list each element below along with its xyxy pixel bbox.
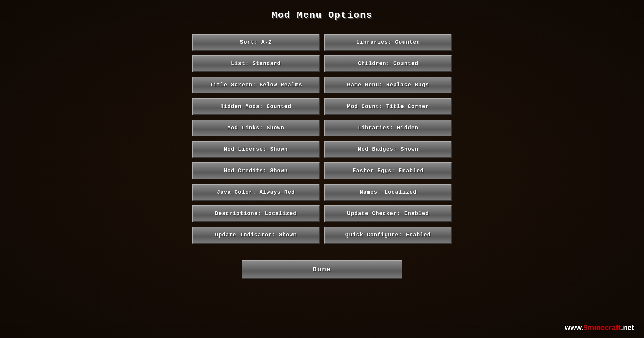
mod-credits-button[interactable]: Mod Credits: Shown — [192, 162, 320, 179]
list-button[interactable]: List: Standard — [192, 55, 320, 72]
update-checker-button[interactable]: Update Checker: Enabled — [324, 205, 452, 222]
watermark-prefix: www. — [565, 323, 584, 332]
options-grid: Sort: A-Z Libraries: Counted List: Stand… — [192, 34, 452, 244]
hidden-mods-button[interactable]: Hidden Mods: Counted — [192, 98, 320, 115]
main-container: Mod Menu Options Sort: A-Z Libraries: Co… — [0, 0, 644, 338]
sort-button[interactable]: Sort: A-Z — [192, 34, 320, 51]
mod-badges-button[interactable]: Mod Badges: Shown — [324, 141, 452, 158]
quick-configure-button[interactable]: Quick Configure: Enabled — [324, 227, 452, 244]
names-button[interactable]: Names: Localized — [324, 184, 452, 201]
mod-links-button[interactable]: Mod Links: Shown — [192, 120, 320, 136]
easter-eggs-button[interactable]: Easter Eggs: Enabled — [324, 162, 452, 179]
java-color-button[interactable]: Java Color: Always Red — [192, 184, 320, 201]
children-counted-button[interactable]: Children: Counted — [324, 55, 452, 72]
watermark: www.9minecraft.net — [565, 323, 634, 332]
libraries-counted-button[interactable]: Libraries: Counted — [324, 34, 452, 51]
update-indicator-button[interactable]: Update Indicator: Shown — [192, 227, 320, 244]
title-screen-button[interactable]: Title Screen: Below Realms — [192, 77, 320, 93]
watermark-brand: 9minecraft — [584, 323, 621, 332]
watermark-suffix: .net — [621, 323, 634, 332]
descriptions-button[interactable]: Descriptions: Localized — [192, 205, 320, 222]
done-button[interactable]: Done — [241, 260, 402, 279]
mod-license-button[interactable]: Mod License: Shown — [192, 141, 320, 158]
game-menu-button[interactable]: Game Menu: Replace Bugs — [324, 77, 452, 93]
mod-count-button[interactable]: Mod Count: Title Corner — [324, 98, 452, 115]
page-title: Mod Menu Options — [272, 10, 373, 20]
libraries-hidden-button[interactable]: Libraries: Hidden — [324, 120, 452, 136]
